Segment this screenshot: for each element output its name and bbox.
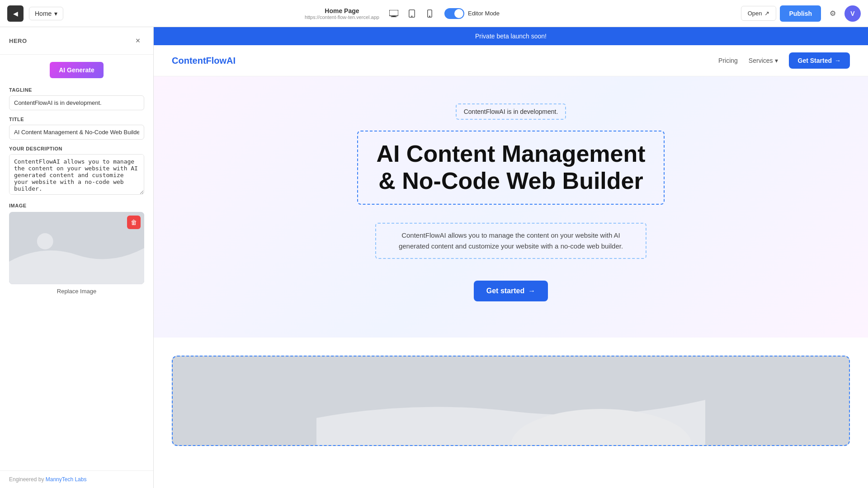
site-nav: ContentFlowAI Pricing Services ▾ Get Sta… [154, 45, 868, 76]
hero-cta-button[interactable]: Get started → [474, 281, 548, 301]
tagline-input[interactable] [9, 95, 144, 110]
back-icon: ◀ [13, 10, 18, 17]
hero-title-wrapper[interactable]: AI Content Management & No-Code Web Buil… [357, 131, 665, 205]
back-button[interactable]: ◀ [7, 5, 24, 22]
sidebar-section-title: HERO [9, 38, 27, 44]
close-icon: × [136, 36, 141, 46]
hero-tagline[interactable]: ContentFlowAI is in development. [456, 103, 566, 120]
toolbar-right: Open ↗ Publish ⚙ V [741, 5, 861, 22]
editor-mode-toggle[interactable]: Editor Mode [444, 8, 500, 19]
footer-link[interactable]: MannyTech Labs [46, 476, 87, 483]
open-button-label: Open [748, 10, 762, 17]
announce-bar: Private beta launch soon! [154, 27, 868, 45]
open-button[interactable]: Open ↗ [741, 6, 777, 21]
page-dropdown-icon: ▾ [54, 10, 57, 17]
hero-description: ContentFlowAI allows you to manage the c… [387, 230, 635, 252]
page-info: Home Page https://content-flow-ten.verce… [305, 7, 379, 20]
svg-point-8 [37, 233, 53, 249]
delete-icon: 🗑 [131, 219, 137, 226]
sidebar-content: AI Generate TAGLINE TITLE YOUR DESCRIPTI… [0, 55, 153, 470]
tagline-label: TAGLINE [9, 87, 144, 93]
toolbar: ◀ Home ▾ Home Page https://content-flow-… [0, 0, 868, 27]
page-url: https://content-flow-ten.vercel.app [305, 14, 379, 20]
hero-description-wrapper[interactable]: ContentFlowAI allows you to manage the c… [375, 223, 646, 259]
hero-image-section[interactable] [172, 356, 850, 446]
page-selector-label: Home [35, 10, 52, 17]
main-layout: HERO × AI Generate TAGLINE TITLE YOUR DE… [0, 27, 868, 488]
image-label: IMAGE [9, 203, 144, 208]
page-title: Home Page [305, 7, 379, 14]
preview-area: Private beta launch soon! ContentFlowAI … [154, 27, 868, 488]
nav-cta-button[interactable]: Get Started → [789, 52, 850, 69]
hero-tagline-wrapper: ContentFlowAI is in development. [456, 103, 566, 120]
device-desktop[interactable] [387, 6, 401, 21]
device-tablet[interactable] [405, 6, 419, 21]
toggle-switch[interactable] [444, 8, 464, 19]
page-selector[interactable]: Home ▾ [29, 7, 63, 20]
logo-blue: FlowAI [206, 56, 236, 66]
publish-button[interactable]: Publish [780, 5, 821, 22]
site-logo: ContentFlowAI [172, 56, 236, 66]
nav-services[interactable]: Services ▾ [749, 57, 778, 64]
user-avatar[interactable]: V [844, 5, 861, 22]
ai-generate-button[interactable]: AI Generate [50, 62, 104, 78]
sidebar-header: HERO × [0, 27, 153, 55]
website-preview: Private beta launch soon! ContentFlowAI … [154, 27, 868, 488]
sidebar-footer: Engineered by MannyTech Labs [0, 470, 153, 488]
hero-title: AI Content Management & No-Code Web Buil… [376, 141, 646, 195]
settings-icon[interactable]: ⚙ [825, 5, 841, 22]
hero-section: ContentFlowAI is in development. AI Cont… [154, 76, 868, 338]
svg-point-4 [411, 16, 412, 17]
svg-rect-0 [389, 10, 398, 16]
title-input[interactable] [9, 125, 144, 140]
sidebar: HERO × AI Generate TAGLINE TITLE YOUR DE… [0, 27, 154, 488]
logo-black: Content [172, 56, 206, 66]
title-label: TITLE [9, 117, 144, 122]
nav-pricing[interactable]: Pricing [718, 57, 738, 64]
nav-services-arrow: ▾ [775, 57, 778, 64]
description-textarea[interactable]: ContentFlowAI allows you to manage the c… [9, 154, 144, 195]
toolbar-center: Home Page https://content-flow-ten.verce… [69, 6, 735, 21]
nav-cta-arrow: → [835, 57, 841, 64]
svg-point-6 [429, 16, 430, 17]
image-container: 🗑 [9, 212, 144, 284]
sidebar-close-button[interactable]: × [132, 34, 144, 47]
description-label: YOUR DESCRIPTION [9, 146, 144, 151]
image-delete-button[interactable]: 🗑 [127, 216, 141, 229]
nav-links: Pricing Services ▾ Get Started → [718, 52, 850, 69]
replace-image-button[interactable]: Replace Image [9, 288, 144, 295]
open-icon: ↗ [764, 10, 769, 17]
device-mobile[interactable] [423, 6, 437, 21]
device-icons [387, 6, 437, 21]
hero-cta-arrow: → [528, 287, 535, 295]
editor-mode-label: Editor Mode [468, 10, 500, 17]
announce-bar-text: Private beta launch soon! [475, 33, 547, 40]
